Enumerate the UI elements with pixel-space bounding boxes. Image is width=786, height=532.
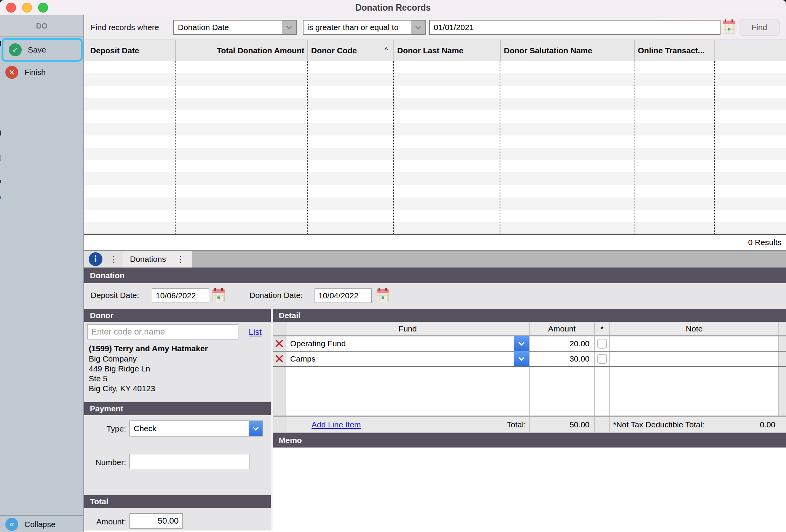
finish-button[interactable]: ✕ Finish [0,62,83,82]
line-note-input[interactable] [609,336,778,351]
payment-panel: Type: Check Number: [84,415,271,495]
column-header-total-donation-amount[interactable]: Total Donation Amount [175,40,307,61]
detail-empty-rows [273,367,786,417]
memo-section-header: Memo [273,433,786,448]
fund-select-button[interactable] [514,351,529,366]
delete-x-icon: ✕ [274,352,285,365]
detail-column-header-fund: Fund [286,322,529,335]
detail-table-gutter [778,322,786,335]
total-amount-input[interactable] [129,513,183,529]
line-note-input[interactable] [609,352,778,366]
line-amount-input[interactable]: 30.00 [529,352,594,366]
fund-select[interactable]: Operating Fund [286,336,529,351]
total-section-header: Total [84,495,271,508]
donor-search-input[interactable] [87,324,238,339]
delete-line-item-button[interactable]: ✕ [273,352,286,366]
collapse-chevrons-icon: « [5,518,18,531]
check-icon: ✓ [9,43,22,56]
donation-records-window: Donation Records DO ✓ Save ✕ Finish « Co… [0,0,786,532]
add-line-item-link[interactable]: Add Line Item [312,420,361,429]
record-info-cell: i ⋮ [84,251,123,268]
memo-input[interactable] [273,448,786,530]
operator-select-button[interactable] [411,21,425,34]
donation-date-input[interactable] [315,288,372,303]
donation-section-title: Donation [90,271,125,280]
collapse-button[interactable]: « Collapse [0,516,83,532]
save-button-highlight: ✓ Save [2,38,83,62]
calendar-icon-top [377,289,389,293]
column-header-deposit-date[interactable]: Deposit Date [84,40,175,61]
overflow-menu-icon[interactable]: ⋮ [176,255,185,264]
column-header-donor-code[interactable]: Donor Code ^ [307,40,393,61]
detail-column: Detail Fund Amount * Note ✕ Operat [273,309,786,530]
detail-footer: Add Line Item Total: 50.00 *Not Tax Dedu… [273,417,786,433]
line-amount-input[interactable]: 20.00 [529,336,594,351]
detail-total-label: Total: [507,420,526,429]
results-table-header: Deposit Date Total Donation Amount Donor… [84,40,786,61]
calendar-icon[interactable] [377,289,389,302]
calendar-icon-dot [728,28,730,30]
detail-footer-note-cell: *Not Tax Deductible Total: 0.00 [609,417,778,432]
column-header-online-transaction[interactable]: Online Transact... [634,40,714,61]
results-count: 0 Results [748,238,781,247]
results-table-body[interactable] [84,61,786,235]
find-date-input[interactable] [429,20,720,35]
not-tax-deductible-checkbox[interactable] [597,339,607,349]
detail-footer-fund-cell: Add Line Item Total: [286,417,529,432]
donor-address-line: Big City, KY 40123 [89,384,155,393]
not-tax-deductible-checkbox[interactable] [597,354,607,364]
fund-select-button[interactable] [514,336,529,351]
window-edge-artifact [0,196,1,199]
column-divider [175,61,176,234]
operator-select[interactable]: is greater than or equal to [303,20,426,35]
donor-panel: List (1599) Terry and Amy Hatmaker Big C… [84,322,271,402]
detail-total-value: 50.00 [529,417,594,432]
payment-section-title: Payment [90,404,123,413]
donor-section-header: Donor [84,309,271,322]
field-select[interactable]: Donation Date [173,20,297,35]
donation-date-label: Donation Date: [249,291,303,300]
detail-table-gutter [778,336,786,351]
payment-type-value: Check [130,421,249,436]
detail-footer-star-cell [594,417,609,432]
donor-name: (1599) Terry and Amy Hatmaker [89,344,208,353]
detail-row: ✕ Camps 30.00 [273,352,786,367]
overflow-menu-icon[interactable]: ⋮ [109,255,118,264]
not-tax-deductible-total-value: 0.00 [760,420,775,429]
find-bar: Find records where Donation Date is grea… [84,15,786,40]
donor-list-link[interactable]: List [249,327,262,337]
fund-select-value: Camps [286,354,514,363]
payment-type-label: Type: [84,424,126,433]
calendar-icon-top [212,289,225,293]
column-divider [393,61,394,234]
donation-panel: Deposit Date: Donation Date: [84,283,786,309]
delete-line-item-button[interactable]: ✕ [273,336,286,351]
payment-number-label: Number: [84,458,126,467]
results-count-bar: 0 Results [84,235,786,251]
find-button[interactable]: Find [739,19,780,36]
lower-columns: Donor List (1599) Terry and Amy Hatmaker… [84,309,786,530]
field-select-button[interactable] [282,21,296,34]
deposit-date-input[interactable] [152,288,209,303]
column-header-donor-last-name[interactable]: Donor Last Name [393,40,500,61]
not-tax-deductible-total-label: *Not Tax Deductible Total: [613,420,705,429]
find-records-label: Find records where [91,15,159,40]
save-button[interactable]: ✓ Save [3,40,81,60]
chevron-down-icon [253,424,259,430]
titlebar: Donation Records [0,0,786,15]
detail-table-header: Fund Amount * Note [273,322,786,336]
payment-type-select[interactable]: Check [129,421,263,436]
fund-select[interactable]: Camps [286,352,529,366]
tab-donations-label: Donations [130,255,166,264]
calendar-icon[interactable] [723,21,735,33]
payment-number-input[interactable] [129,454,249,469]
detail-column-header-amount: Amount [529,322,594,335]
column-header-donor-salutation-name[interactable]: Donor Salutation Name [500,40,634,61]
calendar-icon[interactable] [212,289,225,302]
calendar-icon-dot [217,296,220,299]
tab-donations[interactable]: Donations ⋮ [123,251,192,268]
window-edge-artifact [0,131,1,135]
empty-amount-area [529,367,594,416]
info-icon[interactable]: i [89,252,102,266]
payment-type-select-button[interactable] [249,421,262,436]
